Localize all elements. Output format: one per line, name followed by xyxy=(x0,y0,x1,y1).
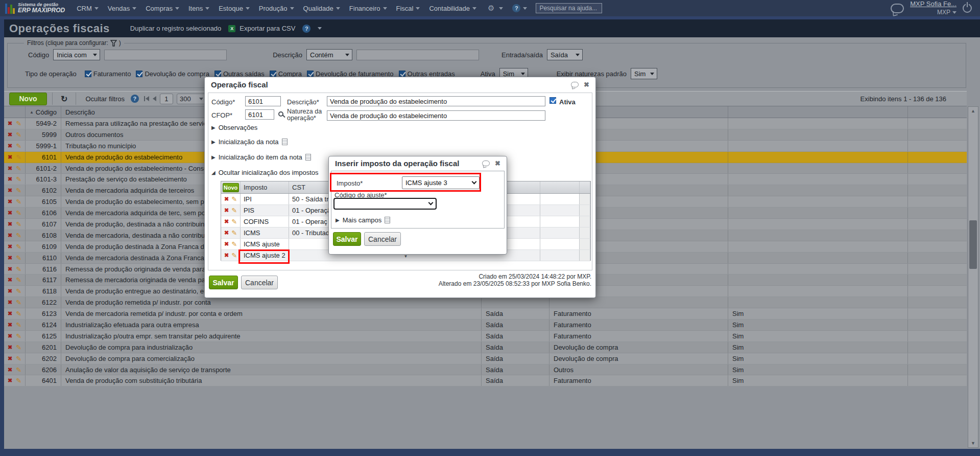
edit-pencil-icon[interactable]: ✎ xyxy=(16,254,21,262)
edit-pencil-icon[interactable]: ✎ xyxy=(16,299,21,306)
table-row[interactable]: ✖✎6122Venda de produção remetida p/ indu… xyxy=(4,297,967,308)
ocultar-filtros-button[interactable]: Ocultar filtros xyxy=(81,95,129,103)
cancelar-button[interactable]: Cancelar xyxy=(241,276,278,289)
page-scrollbar[interactable]: ▲ ▼ xyxy=(968,106,978,448)
help-icon[interactable]: ? xyxy=(302,25,310,33)
first-page-button[interactable] xyxy=(144,96,149,101)
edit-pencil-icon[interactable]: ✎ xyxy=(16,344,21,351)
edit-pencil-icon[interactable]: ✎ xyxy=(231,195,237,203)
menu-itens[interactable]: Itens xyxy=(184,0,214,16)
delete-icon[interactable]: ✖ xyxy=(8,131,12,138)
delete-icon[interactable]: ✖ xyxy=(8,120,12,127)
scroll-down-icon[interactable]: ▼ xyxy=(968,441,978,446)
checkbox-compra[interactable] xyxy=(270,71,276,77)
delete-icon[interactable]: ✖ xyxy=(8,333,12,339)
table-row[interactable]: ✖✎6401Venda de produção com substituição… xyxy=(4,375,967,386)
delete-icon[interactable]: ✖ xyxy=(8,143,12,149)
edit-pencil-icon[interactable]: ✎ xyxy=(16,287,21,295)
delete-icon[interactable]: ✖ xyxy=(8,277,12,283)
scrollbar-thumb[interactable] xyxy=(969,220,977,269)
descricao-operator-select[interactable]: Contém xyxy=(306,49,352,60)
descricao-filter-input[interactable] xyxy=(356,50,479,60)
menu-compras[interactable]: Compras xyxy=(141,0,184,16)
delete-icon[interactable]: ✖ xyxy=(8,344,12,351)
settings-menu[interactable]: ⚙ xyxy=(481,0,508,16)
export-csv-link[interactable]: Exportar para CSV xyxy=(240,25,295,32)
delete-icon[interactable]: ✖ xyxy=(224,241,229,247)
menu-qualidade[interactable]: Qualidade xyxy=(299,0,345,16)
edit-pencil-icon[interactable]: ✎ xyxy=(16,131,21,139)
section-mais-campos[interactable]: ▶ Mais campos xyxy=(336,216,390,224)
page-number-input[interactable]: 1 xyxy=(160,94,173,104)
scroll-down-icon[interactable]: ▼ xyxy=(221,254,590,259)
menu-vendas[interactable]: Vendas xyxy=(103,0,141,16)
edit-pencil-icon[interactable]: ✎ xyxy=(16,366,21,374)
logout-power-icon[interactable] xyxy=(963,4,972,13)
cfop-input[interactable]: 6101 xyxy=(245,109,274,120)
checkbox-devolucao-compra[interactable] xyxy=(136,71,142,77)
refresh-icon[interactable]: ↻ xyxy=(58,94,70,104)
comment-bubble-icon[interactable] xyxy=(571,82,579,87)
salvar-button[interactable]: Salvar xyxy=(209,276,238,289)
salvar-button[interactable]: Salvar xyxy=(333,232,361,246)
delete-icon[interactable]: ✖ xyxy=(8,367,12,373)
chevron-down-icon[interactable] xyxy=(318,27,322,30)
table-row[interactable]: ✖✎6123Venda de mercadoria remetida p/ in… xyxy=(4,308,967,320)
edit-pencil-icon[interactable]: ✎ xyxy=(16,265,21,273)
codigo-filter-input[interactable] xyxy=(104,50,227,60)
edit-pencil-icon[interactable]: ✎ xyxy=(16,198,21,206)
delete-icon[interactable]: ✖ xyxy=(8,198,12,205)
close-icon[interactable]: ✖ xyxy=(584,81,589,88)
entrada-saida-select[interactable]: Saída xyxy=(547,49,583,60)
search-magnifier-icon[interactable] xyxy=(278,111,283,117)
edit-pencil-icon[interactable]: ✎ xyxy=(231,240,237,248)
delete-icon[interactable]: ✖ xyxy=(224,230,229,236)
edit-pencil-icon[interactable]: ✎ xyxy=(16,187,21,194)
delete-icon[interactable]: ✖ xyxy=(8,255,12,261)
filters-legend[interactable]: Filtros (clique para configurar: ) xyxy=(24,39,124,47)
delete-icon[interactable]: ✖ xyxy=(8,243,12,250)
page-size-select[interactable]: 300 xyxy=(177,94,206,104)
cancelar-button[interactable]: Cancelar xyxy=(364,232,401,246)
delete-icon[interactable]: ✖ xyxy=(8,322,12,328)
delete-icon[interactable]: ✖ xyxy=(8,221,12,227)
natureza-input[interactable]: Venda de produção do estabelecimento xyxy=(327,110,545,121)
table-row[interactable]: ✖✎6125Industrialização p/outra empr. sem… xyxy=(4,331,967,342)
imposto-select[interactable]: ICMS ajuste 3 xyxy=(402,176,480,189)
codigo-operator-select[interactable]: Inicia com xyxy=(53,49,100,60)
help-search-input[interactable] xyxy=(536,3,602,13)
delete-icon[interactable]: ✖ xyxy=(8,310,12,317)
imposto-column-header[interactable]: Imposto xyxy=(241,181,289,193)
novo-tax-button[interactable]: Novo xyxy=(223,183,239,192)
edit-pencil-icon[interactable]: ✎ xyxy=(231,207,237,214)
help-menu[interactable]: ? xyxy=(508,0,532,16)
table-row[interactable]: ✖✎6206Anulação de valor da aquisição de … xyxy=(4,364,967,376)
menu-contabilidade[interactable]: Contabilidade xyxy=(424,0,481,16)
edit-pencil-icon[interactable]: ✎ xyxy=(16,321,21,329)
table-row[interactable]: ✖✎6201Devolução de compra para industria… xyxy=(4,342,967,353)
edit-pencil-icon[interactable]: ✎ xyxy=(16,175,21,183)
user-link[interactable]: MXP Sofia Fe... xyxy=(910,0,957,8)
delete-icon[interactable]: ✖ xyxy=(8,266,12,272)
section-observacoes[interactable]: ▶ Observações xyxy=(211,124,257,131)
edit-pencil-icon[interactable]: ✎ xyxy=(16,209,21,217)
close-icon[interactable]: ✖ xyxy=(495,159,500,167)
menu-crm[interactable]: CRM xyxy=(72,0,103,16)
edit-pencil-icon[interactable]: ✎ xyxy=(16,355,21,362)
checkbox-faturamento[interactable] xyxy=(85,71,91,77)
descricao-input[interactable]: Venda de produção do estabelecimento xyxy=(327,96,545,106)
delete-icon[interactable]: ✖ xyxy=(8,377,12,384)
delete-icon[interactable]: ✖ xyxy=(224,196,229,202)
edit-pencil-icon[interactable]: ✎ xyxy=(16,142,21,150)
checkbox-outras-entradas[interactable] xyxy=(399,71,405,77)
menu-financeiro[interactable]: Financeiro xyxy=(345,0,392,16)
chat-bubble-icon[interactable] xyxy=(891,4,904,13)
delete-icon[interactable]: ✖ xyxy=(8,154,12,161)
section-inicializacao-nota[interactable]: ▶ Inicialização da nota xyxy=(211,138,288,146)
delete-icon[interactable]: ✖ xyxy=(8,165,12,172)
edit-pencil-icon[interactable]: ✎ xyxy=(16,276,21,284)
table-row[interactable]: ✖✎6202Devolução de compra para comercial… xyxy=(4,353,967,364)
section-inicializacao-item-nota[interactable]: ▶ Inicialização do item da nota xyxy=(211,153,311,161)
prev-page-button[interactable] xyxy=(153,96,156,101)
menu-producao[interactable]: Produção xyxy=(254,0,299,16)
